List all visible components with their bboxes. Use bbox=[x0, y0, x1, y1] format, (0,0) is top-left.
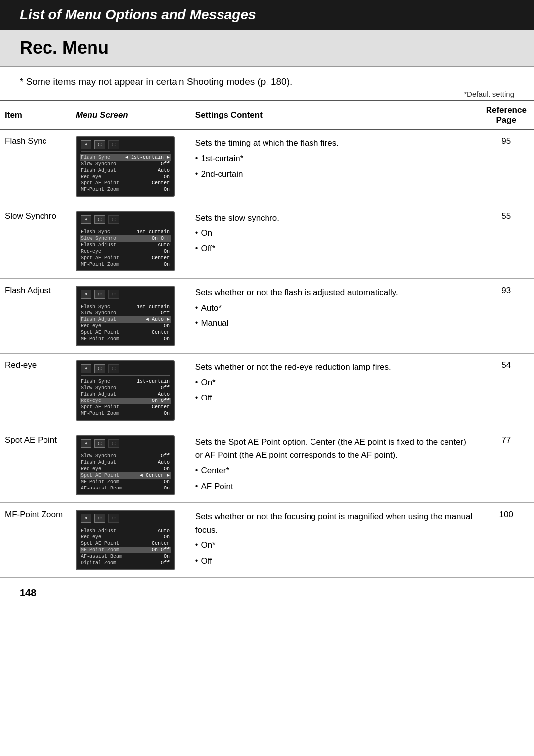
row-settings-content: Sets whether or not the flash is adjuste… bbox=[190, 279, 479, 354]
table-row: MF-Point Zoom ● ↕↕ ↕↕ Flash AdjustAutoRe… bbox=[0, 503, 534, 578]
section-title-block: Rec. Menu bbox=[0, 30, 534, 67]
bullet-text: On* bbox=[201, 376, 215, 389]
cam-screen-row: Slow SynchroOff bbox=[81, 310, 170, 316]
cam-screen-row: Flash Sync◄ 1st-curtain ► bbox=[80, 154, 171, 161]
bullet-text: Off bbox=[201, 391, 212, 404]
bullet-item: •Off bbox=[195, 554, 474, 568]
settings-description: Sets whether or not the red-eye reductio… bbox=[195, 360, 474, 374]
cam-icon-camera: ● bbox=[81, 439, 91, 448]
row-reference-page: 77 bbox=[479, 428, 534, 503]
cam-screen-row: MF-Point ZoomOn bbox=[81, 410, 170, 417]
cam-icon-tab2: ↕↕ bbox=[108, 290, 119, 299]
cam-icon-camera: ● bbox=[81, 364, 91, 373]
cam-icon-tab1: ↕↕ bbox=[94, 364, 105, 373]
header-title: List of Menu Options and Messages bbox=[20, 7, 256, 22]
bullet-dot: • bbox=[195, 242, 198, 255]
row-item-label: MF-Point Zoom bbox=[0, 503, 71, 578]
cam-screen-row: Spot AE Point◄ Center ► bbox=[80, 472, 171, 479]
bullet-text: 2nd-curtain bbox=[201, 167, 243, 180]
table-row: Slow Synchro ● ↕↕ ↕↕ Flash Sync1st-curta… bbox=[0, 204, 534, 279]
row-item-label: Flash Sync bbox=[0, 130, 71, 204]
cam-screen-row: Spot AE PointCenter bbox=[81, 540, 170, 547]
row-reference-page: 54 bbox=[479, 354, 534, 428]
settings-description: Sets the Spot AE Point option, Center (t… bbox=[195, 435, 474, 462]
cam-screen-row: Flash AdjustAuto bbox=[81, 242, 170, 248]
bullet-item: •Manual bbox=[195, 316, 474, 330]
cam-screen-row: Red-eyeOn bbox=[81, 174, 170, 180]
bullet-text: On bbox=[201, 226, 212, 240]
main-table: Item Menu Screen Settings Content Refere… bbox=[0, 100, 534, 578]
row-item-label: Slow Synchro bbox=[0, 204, 71, 279]
row-item-label: Red-eye bbox=[0, 354, 71, 428]
cam-screen-row: Flash Sync1st-curtain bbox=[81, 229, 170, 235]
cam-icon-tab2: ↕↕ bbox=[108, 514, 119, 523]
bullet-text: AF Point bbox=[201, 480, 233, 493]
cam-screen-row: MF-Point ZoomOn Off bbox=[80, 547, 171, 553]
bullet-item: •2nd-curtain bbox=[195, 167, 474, 180]
section-title: Rec. Menu bbox=[20, 38, 109, 58]
row-menu-screen: ● ↕↕ ↕↕ Flash Sync◄ 1st-curtain ►Slow Sy… bbox=[71, 130, 190, 204]
cam-screen-row: AF-assist BeamOn bbox=[81, 485, 170, 491]
settings-description: Sets the slow synchro. bbox=[195, 211, 474, 224]
cam-screen-row: Red-eyeOn Off bbox=[80, 398, 171, 404]
table-row: Flash Sync ● ↕↕ ↕↕ Flash Sync◄ 1st-curta… bbox=[0, 130, 534, 204]
cam-screen-row: Red-eyeOn bbox=[81, 248, 170, 255]
cam-icon-tab2: ↕↕ bbox=[108, 364, 119, 373]
bullet-item: •Auto* bbox=[195, 301, 474, 314]
cam-screen-row: Flash AdjustAuto bbox=[81, 459, 170, 466]
cam-icon-tab1: ↕↕ bbox=[94, 290, 105, 299]
cam-screen-row: Red-eyeOn bbox=[81, 323, 170, 329]
row-settings-content: Sets the slow synchro.•On•Off* bbox=[190, 204, 479, 279]
header-banner: List of Menu Options and Messages bbox=[0, 0, 534, 30]
settings-description: Sets the timing at which the flash fires… bbox=[195, 136, 474, 150]
table-row: Red-eye ● ↕↕ ↕↕ Flash Sync1st-curtainSlo… bbox=[0, 354, 534, 428]
cam-icon-tab2: ↕↕ bbox=[108, 439, 119, 448]
cam-screen-row: MF-Point ZoomOn bbox=[81, 479, 170, 485]
cam-icon-camera: ● bbox=[81, 140, 91, 149]
row-reference-page: 93 bbox=[479, 279, 534, 354]
cam-screen-row: Spot AE PointCenter bbox=[81, 180, 170, 186]
table-row: Flash Adjust ● ↕↕ ↕↕ Flash Sync1st-curta… bbox=[0, 279, 534, 354]
bullet-dot: • bbox=[195, 316, 198, 329]
settings-description: Sets whether or not the focusing point i… bbox=[195, 510, 474, 536]
bullet-text: Off bbox=[201, 554, 212, 568]
row-item-label: Flash Adjust bbox=[0, 279, 71, 354]
cam-screen-row: Spot AE PointCenter bbox=[81, 404, 170, 410]
row-menu-screen: ● ↕↕ ↕↕ Flash Sync1st-curtainSlow Synchr… bbox=[71, 354, 190, 428]
row-settings-content: Sets whether or not the focusing point i… bbox=[190, 503, 479, 578]
th-settings-content: Settings Content bbox=[190, 101, 479, 130]
bullet-text: Center* bbox=[201, 464, 229, 477]
cam-icon-camera: ● bbox=[81, 215, 91, 224]
cam-screen-row: Flash Adjust◄ Auto ► bbox=[80, 316, 171, 323]
cam-screen-row: Flash AdjustAuto bbox=[81, 167, 170, 174]
cam-icon-tab1: ↕↕ bbox=[94, 514, 105, 523]
row-menu-screen: ● ↕↕ ↕↕ Flash AdjustAutoRed-eyeOnSpot AE… bbox=[71, 503, 190, 578]
table-row: Spot AE Point ● ↕↕ ↕↕ Slow SynchroOffFla… bbox=[0, 428, 534, 503]
row-menu-screen: ● ↕↕ ↕↕ Flash Sync1st-curtainSlow Synchr… bbox=[71, 279, 190, 354]
cam-icon-tab1: ↕↕ bbox=[94, 215, 105, 224]
th-reference-page: ReferencePage bbox=[479, 101, 534, 130]
page-number: 148 bbox=[20, 587, 36, 598]
cam-screen-row: Flash AdjustAuto bbox=[81, 391, 170, 398]
cam-screen-row: Flash Sync1st-curtain bbox=[81, 304, 170, 310]
bullet-item: •Off bbox=[195, 391, 474, 404]
bullet-text: Off* bbox=[201, 242, 215, 255]
cam-screen-row: Red-eyeOn bbox=[81, 534, 170, 540]
cam-screen-row: Slow SynchroOff bbox=[81, 385, 170, 391]
cam-icon-camera: ● bbox=[81, 514, 91, 523]
subtitle-text: * Some items may not appear in certain S… bbox=[0, 67, 534, 90]
cam-icon-camera: ● bbox=[81, 290, 91, 299]
bullet-dot: • bbox=[195, 301, 198, 314]
bullet-text: On* bbox=[201, 538, 215, 552]
row-item-label: Spot AE Point bbox=[0, 428, 71, 503]
cam-screen-row: Spot AE PointCenter bbox=[81, 255, 170, 261]
row-reference-page: 95 bbox=[479, 130, 534, 204]
row-menu-screen: ● ↕↕ ↕↕ Flash Sync1st-curtainSlow Synchr… bbox=[71, 204, 190, 279]
bullet-item: •On* bbox=[195, 538, 474, 552]
cam-screen-row: Flash AdjustAuto bbox=[81, 528, 170, 534]
row-menu-screen: ● ↕↕ ↕↕ Slow SynchroOffFlash AdjustAutoR… bbox=[71, 428, 190, 503]
cam-icon-tab1: ↕↕ bbox=[94, 439, 105, 448]
cam-icon-tab1: ↕↕ bbox=[94, 140, 105, 149]
cam-screen-row: MF-Point ZoomOn bbox=[81, 186, 170, 193]
cam-screen-row: Red-eyeOn bbox=[81, 466, 170, 472]
